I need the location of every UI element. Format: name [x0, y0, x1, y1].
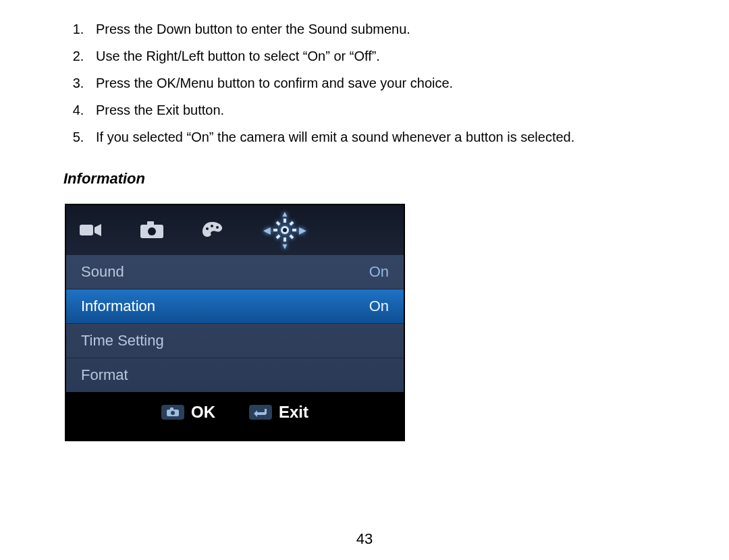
svg-point-5: [211, 225, 213, 227]
svg-rect-13: [276, 234, 281, 239]
exit-button[interactable]: Exit: [249, 403, 308, 422]
menu-row-information[interactable]: Information On: [66, 289, 404, 324]
svg-point-4: [206, 227, 209, 230]
menu-row-label: Information: [81, 298, 155, 315]
menu-footer: OK Exit: [66, 392, 404, 432]
svg-rect-15: [289, 234, 294, 239]
svg-rect-0: [80, 225, 93, 235]
palette-icon: [201, 221, 224, 240]
instruction-item: Press the Exit button.: [88, 100, 668, 120]
svg-point-18: [171, 411, 175, 415]
menu-row-label: Time Setting: [81, 332, 164, 349]
menu-row-label: Sound: [81, 263, 124, 281]
camera-lcd-screenshot: ▲ ◀ ▶ ▼ Sound On Information On Time Set…: [65, 204, 405, 441]
svg-rect-8: [284, 219, 286, 223]
settings-menu: Sound On Information On Time Setting For…: [66, 255, 404, 392]
gear-icon: ▲ ◀ ▶ ▼: [261, 219, 309, 242]
down-arrow-icon: ▼: [281, 242, 289, 251]
svg-point-16: [283, 228, 287, 232]
ok-button[interactable]: OK: [161, 403, 215, 422]
page-number: 43: [0, 530, 729, 548]
camera-button-icon: [161, 405, 184, 420]
camera-icon: [139, 221, 165, 240]
ok-label: OK: [191, 403, 215, 422]
left-arrow-icon: ◀: [261, 225, 273, 235]
video-icon: [78, 221, 103, 239]
manual-page: Press the Down button to enter the Sound…: [0, 0, 729, 560]
instruction-item: Press the OK/Menu button to confirm and …: [88, 73, 668, 93]
svg-point-3: [148, 227, 156, 235]
menu-tab-bar: ▲ ◀ ▶ ▼: [66, 205, 404, 255]
svg-rect-19: [170, 408, 173, 410]
right-arrow-icon: ▶: [296, 225, 309, 235]
return-icon: [249, 405, 272, 420]
up-arrow-icon: ▲: [281, 209, 289, 219]
instruction-list: Press the Down button to enter the Sound…: [61, 19, 668, 147]
instruction-item: If you selected “On” the camera will emi…: [88, 127, 668, 147]
instruction-item: Press the Down button to enter the Sound…: [88, 19, 668, 39]
menu-row-sound[interactable]: Sound On: [66, 255, 404, 289]
exit-label: Exit: [279, 403, 308, 422]
menu-row-label: Format: [81, 366, 128, 384]
menu-row-value: On: [369, 263, 389, 281]
menu-row-time-setting[interactable]: Time Setting: [66, 324, 404, 358]
svg-rect-10: [273, 229, 277, 231]
svg-rect-2: [147, 221, 154, 225]
instruction-item: Use the Right/Left button to select “On”…: [88, 46, 668, 66]
menu-row-value: On: [369, 298, 389, 315]
section-heading: Information: [63, 170, 668, 188]
svg-point-6: [216, 226, 219, 229]
svg-rect-12: [289, 221, 294, 226]
svg-rect-14: [276, 221, 281, 226]
menu-row-format[interactable]: Format: [66, 358, 404, 392]
